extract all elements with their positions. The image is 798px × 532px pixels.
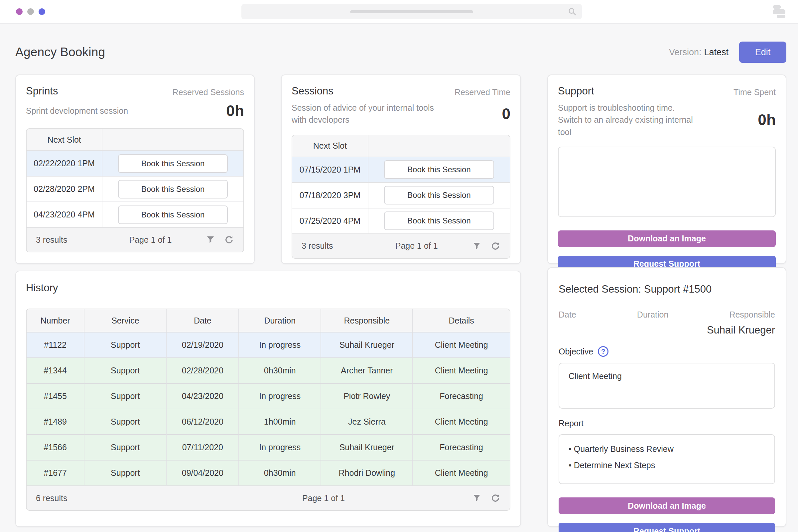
- download-image-button[interactable]: Download an Image: [558, 497, 775, 514]
- report-item: Quarterly Business Review: [569, 444, 765, 454]
- book-session-button[interactable]: Book this Session: [118, 206, 228, 224]
- cell-details: Client Meeting: [413, 409, 510, 435]
- table-row[interactable]: #1677 Support 09/04/2020 0h30min Rhodri …: [26, 460, 510, 486]
- table-row[interactable]: 02/22/2020 1PM Book this Session: [26, 151, 243, 176]
- window-dot-purple-icon[interactable]: [16, 8, 23, 15]
- support-subtitle: Support is troubleshooting time. Switch …: [558, 102, 704, 138]
- sprints-card: Sprints Reserved Sessions Sprint develop…: [15, 75, 255, 264]
- table-row[interactable]: #1344 Support 02/28/2020 0h30min Archer …: [26, 358, 510, 384]
- window-dot-gray-icon[interactable]: [27, 8, 34, 15]
- book-session-button[interactable]: Book this Session: [384, 211, 494, 230]
- refresh-icon[interactable]: [491, 493, 500, 503]
- responsible-value: Suhail Krueger: [558, 324, 775, 336]
- cell-date: 06/12/2020: [167, 409, 239, 435]
- history-table: Number Service Date Duration Responsible…: [26, 308, 510, 511]
- history-table-footer: 6 results Page 1 of 1: [26, 486, 510, 510]
- cell-details: Forecasting: [413, 384, 510, 409]
- column-header-duration: Duration: [239, 309, 321, 332]
- report-item: Determine Next Steps: [569, 460, 765, 470]
- cell-details: Forecasting: [413, 435, 510, 460]
- cell-date: 02/28/2020: [167, 358, 239, 384]
- version-info: Version:Latest: [669, 47, 728, 58]
- support-metric-value: 0h: [734, 111, 776, 129]
- sessions-subtitle: Session of advice of your internal tools…: [291, 102, 438, 126]
- download-image-button[interactable]: Download an Image: [558, 230, 776, 247]
- table-row[interactable]: 07/18/2020 3PM Book this Session: [292, 183, 510, 208]
- cell-service: Support: [84, 460, 167, 486]
- cell-responsible: Suhail Krueger: [321, 332, 413, 358]
- version-value: Latest: [704, 47, 728, 57]
- table-row[interactable]: 07/25/2020 4PM Book this Session: [292, 208, 510, 234]
- sprints-table-footer: 3 results Page 1 of 1: [26, 228, 243, 252]
- column-header-responsible: Responsible: [321, 309, 413, 332]
- sessions-card: Sessions Reserved Time Session of advice…: [281, 75, 521, 264]
- objective-label: Objective: [558, 347, 593, 357]
- overflow-menu-icon[interactable]: [773, 5, 786, 19]
- window-topbar: [0, 0, 798, 24]
- refresh-icon[interactable]: [491, 241, 500, 251]
- selected-session-card: Selected Session: Support #1500 Date Dur…: [547, 267, 786, 527]
- refresh-icon[interactable]: [224, 235, 234, 245]
- sessions-table-footer: 3 results Page 1 of 1: [292, 234, 510, 258]
- results-count: 3 results: [302, 241, 361, 251]
- cell-responsible: Suhail Krueger: [321, 435, 413, 460]
- book-session-button[interactable]: Book this Session: [118, 180, 228, 198]
- next-slot-cell: 07/18/2020 3PM: [292, 183, 368, 208]
- filter-icon[interactable]: [472, 493, 482, 503]
- actions-column-header: [102, 129, 243, 151]
- cell-service: Support: [84, 332, 167, 358]
- cell-duration: In progress: [239, 384, 321, 409]
- search-input[interactable]: [241, 4, 582, 19]
- cell-number: #1489: [26, 409, 84, 435]
- column-header-number: Number: [26, 309, 84, 332]
- table-row[interactable]: #1566 Support 07/11/2020 In progress Suh…: [26, 435, 510, 460]
- support-notes-box[interactable]: [558, 147, 776, 217]
- page-title: Agency Booking: [15, 45, 105, 59]
- cell-service: Support: [84, 409, 167, 435]
- table-row[interactable]: 07/15/2020 1PM Book this Session: [292, 157, 510, 183]
- sprints-subtitle: Sprint development session: [26, 105, 172, 117]
- next-slot-cell: 02/28/2020 2PM: [26, 176, 102, 202]
- report-input[interactable]: Quarterly Business Review Determine Next…: [558, 434, 775, 484]
- search-icon: [568, 7, 576, 16]
- edit-button[interactable]: Edit: [739, 41, 786, 63]
- table-row[interactable]: #1455 Support 04/23/2020 In progress Pio…: [26, 384, 510, 409]
- objective-value: Client Meeting: [569, 372, 765, 381]
- cell-date: 07/11/2020: [167, 435, 239, 460]
- cell-duration: 1h00min: [239, 409, 321, 435]
- book-session-button[interactable]: Book this Session: [118, 154, 228, 173]
- duration-label: Duration: [637, 310, 669, 320]
- table-row[interactable]: #1489 Support 06/12/2020 1h00min Jez Sie…: [26, 409, 510, 435]
- history-title: History: [26, 282, 510, 294]
- filter-icon[interactable]: [472, 241, 482, 251]
- column-header-service: Service: [84, 309, 167, 332]
- cell-service: Support: [84, 384, 167, 409]
- page-indicator: Page 1 of 1: [175, 493, 472, 503]
- next-slot-cell: 04/23/2020 4PM: [26, 202, 102, 228]
- book-session-button[interactable]: Book this Session: [384, 186, 494, 205]
- cell-details: Client Meeting: [413, 332, 510, 358]
- version-label: Version:: [669, 47, 702, 57]
- support-metric-label: Time Spent: [734, 88, 776, 97]
- next-slot-column-header: Next Slot: [26, 129, 102, 151]
- cell-duration: In progress: [239, 435, 321, 460]
- cell-date: 02/19/2020: [167, 332, 239, 358]
- support-subtitle-line1: Support is troubleshooting time.: [558, 102, 704, 114]
- help-icon[interactable]: ?: [598, 346, 608, 357]
- results-count: 6 results: [36, 493, 175, 503]
- table-row[interactable]: 04/23/2020 4PM Book this Session: [26, 202, 243, 228]
- cell-responsible: Archer Tanner: [321, 358, 413, 384]
- cell-number: #1344: [26, 358, 84, 384]
- window-dot-indigo-icon[interactable]: [39, 8, 45, 15]
- request-support-button[interactable]: Request Support: [558, 523, 775, 532]
- book-session-button[interactable]: Book this Session: [384, 160, 494, 179]
- table-row[interactable]: 02/28/2020 2PM Book this Session: [26, 176, 243, 202]
- cell-number: #1455: [26, 384, 84, 409]
- filter-icon[interactable]: [206, 235, 215, 245]
- selected-session-title: Selected Session: Support #1500: [558, 283, 775, 295]
- objective-input[interactable]: Client Meeting: [558, 363, 775, 408]
- results-count: 3 results: [36, 235, 95, 245]
- cell-number: #1677: [26, 460, 84, 486]
- date-label: Date: [558, 310, 576, 320]
- table-row[interactable]: #1122 Support 02/19/2020 In progress Suh…: [26, 332, 510, 358]
